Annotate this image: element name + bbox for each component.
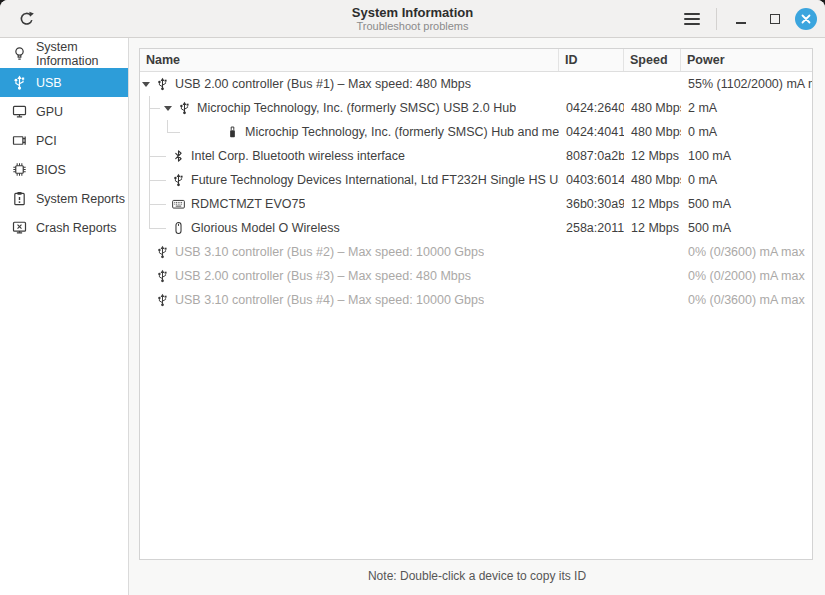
sidebar-item-system-information[interactable]: System Information (0, 39, 128, 68)
device-power: 100 mA (681, 144, 812, 168)
device-power: 500 mA (681, 192, 812, 216)
clipboard-alert-icon (12, 191, 27, 206)
tree-guide (140, 96, 162, 120)
menu-button[interactable] (678, 5, 706, 33)
tree-guide (140, 168, 168, 192)
column-header-id[interactable]: ID (559, 49, 624, 71)
device-name: USB 2.00 controller (Bus #3) – Max speed… (175, 269, 471, 283)
device-id: 0424:2640 (559, 96, 624, 120)
sidebar-item-bios[interactable]: BIOS (0, 155, 128, 184)
table-row[interactable]: USB 2.00 controller (Bus #1) – Max speed… (140, 72, 812, 96)
device-speed: 12 Mbps (624, 144, 681, 168)
table-row[interactable]: Microchip Technology, Inc. (formerly SMS… (140, 120, 812, 144)
device-name: USB 3.10 controller (Bus #4) – Max speed… (175, 293, 484, 307)
sidebar-item-label: GPU (36, 105, 63, 119)
expander-icon[interactable] (162, 106, 174, 111)
device-speed: 480 Mbps (624, 168, 681, 192)
device-power: 0% (0/3600) mA max (681, 240, 812, 264)
usb-icon (156, 245, 169, 259)
device-speed: 480 Mbps (624, 96, 681, 120)
refresh-icon (18, 11, 35, 28)
monitor-crash-icon (12, 220, 27, 235)
sidebar: System Information USB GPU PCI BIOS Syst… (0, 38, 129, 595)
device-id: 0403:6014 (559, 168, 624, 192)
device-name: RDMCTMZT EVO75 (191, 197, 305, 211)
device-power: 0 mA (681, 120, 812, 144)
device-id: 8087:0a2b (559, 144, 624, 168)
device-name: Future Technology Devices International,… (191, 173, 559, 187)
device-power: 0% (0/2000) mA max (681, 264, 812, 288)
device-id (559, 288, 624, 312)
usb-icon (172, 173, 185, 187)
sidebar-item-label: System Reports (36, 192, 125, 206)
table-row[interactable]: Future Technology Devices International,… (140, 168, 812, 192)
device-power: 0 mA (681, 168, 812, 192)
bluetooth-icon (172, 149, 185, 163)
monitor-icon (12, 104, 27, 119)
device-name: Intel Corp. Bluetooth wireless interface (191, 149, 405, 163)
sidebar-item-label: USB (36, 76, 62, 90)
table-body: USB 2.00 controller (Bus #1) – Max speed… (140, 72, 812, 559)
expander-icon[interactable] (140, 82, 152, 87)
device-speed (624, 264, 681, 288)
window-title: System Information (352, 5, 473, 20)
device-speed: 480 Mbps (624, 120, 681, 144)
minimize-icon (736, 22, 746, 24)
sidebar-item-usb[interactable]: USB (0, 68, 128, 97)
tree-guide (140, 216, 168, 240)
maximize-icon (770, 14, 780, 24)
close-icon (801, 14, 811, 24)
column-header-power[interactable]: Power (681, 49, 812, 71)
table-row[interactable]: USB 3.10 controller (Bus #2) – Max speed… (140, 240, 812, 264)
table-row[interactable]: Intel Corp. Bluetooth wireless interface… (140, 144, 812, 168)
tree-guide (158, 120, 182, 144)
column-header-name[interactable]: Name (140, 49, 559, 71)
device-id (559, 72, 624, 96)
device-power: 0% (0/3600) mA max (681, 288, 812, 312)
table-row[interactable]: USB 3.10 controller (Bus #4) – Max speed… (140, 288, 812, 312)
titlebar-separator (716, 8, 717, 30)
sidebar-item-system-reports[interactable]: System Reports (0, 184, 128, 213)
keyboard-icon (172, 197, 185, 211)
sidebar-item-pci[interactable]: PCI (0, 126, 128, 155)
table-row[interactable]: Microchip Technology, Inc. (formerly SMS… (140, 96, 812, 120)
close-button[interactable] (795, 8, 817, 30)
device-id: 36b0:30a9 (559, 192, 624, 216)
table-row[interactable]: USB 2.00 controller (Bus #3) – Max speed… (140, 264, 812, 288)
footer-note: Note: Double-click a device to copy its … (129, 560, 825, 583)
usb-icon (156, 293, 169, 307)
sidebar-item-label: PCI (36, 134, 57, 148)
device-name: Glorious Model O Wireless (191, 221, 340, 235)
pci-card-icon (12, 133, 27, 148)
tree-guide (140, 120, 158, 144)
window-subtitle: Troubleshoot problems (356, 20, 468, 33)
app-window: System Information Troubleshoot problems… (0, 0, 825, 595)
sidebar-item-gpu[interactable]: GPU (0, 97, 128, 126)
lightbulb-icon (12, 46, 27, 61)
mouse-icon (172, 221, 185, 235)
usb-icon (156, 269, 169, 283)
table-row[interactable]: RDMCTMZT EVO75 36b0:30a9 12 Mbps 500 mA (140, 192, 812, 216)
column-header-speed[interactable]: Speed (624, 49, 681, 71)
device-power: 500 mA (681, 216, 812, 240)
device-speed (624, 288, 681, 312)
minimize-button[interactable] (727, 5, 755, 33)
device-id: 258a:2011 (559, 216, 624, 240)
sidebar-item-label: System Information (36, 40, 128, 68)
flash-drive-icon (226, 125, 239, 139)
device-speed: 12 Mbps (624, 192, 681, 216)
device-speed: 12 Mbps (624, 216, 681, 240)
table-row[interactable]: Glorious Model O Wireless 258a:2011 12 M… (140, 216, 812, 240)
refresh-button[interactable] (12, 5, 40, 33)
chip-icon (12, 162, 27, 177)
sidebar-item-label: BIOS (36, 163, 66, 177)
tree-guide (140, 192, 168, 216)
device-name: Microchip Technology, Inc. (formerly SMS… (245, 125, 559, 139)
device-name: USB 3.10 controller (Bus #2) – Max speed… (175, 245, 484, 259)
sidebar-item-crash-reports[interactable]: Crash Reports (0, 213, 128, 242)
table-header: Name ID Speed Power (140, 49, 812, 72)
device-name: Microchip Technology, Inc. (formerly SMS… (197, 101, 516, 115)
device-name: USB 2.00 controller (Bus #1) – Max speed… (175, 77, 471, 91)
usb-icon (178, 101, 191, 115)
maximize-button[interactable] (761, 5, 789, 33)
